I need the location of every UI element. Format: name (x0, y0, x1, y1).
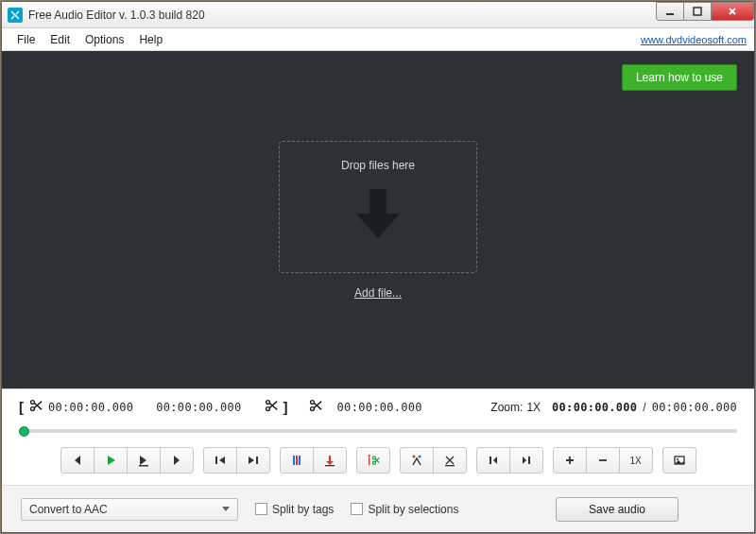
menubar: File Edit Options Help www.dvdvideosoft.… (2, 28, 754, 51)
split-by-tags-label: Split by tags (272, 503, 334, 516)
format-combo[interactable]: Convert to AAC (21, 498, 238, 521)
svg-rect-0 (666, 13, 674, 15)
svg-rect-10 (256, 456, 258, 464)
bracket-close-icon: ] (284, 399, 288, 415)
selection-end-button[interactable] (509, 447, 543, 474)
play-segment-button[interactable] (127, 447, 161, 474)
zoom-out-button[interactable] (586, 447, 620, 474)
zoom-reset-button[interactable]: 1X (619, 447, 653, 474)
skip-end-button[interactable] (236, 447, 270, 474)
selection-time-group: [ 00:00:00.000 00:00:00.000 ] 00:00:00.0… (19, 399, 422, 415)
scissors-icon (29, 399, 43, 415)
add-file-link[interactable]: Add file... (354, 286, 402, 300)
playback-slider[interactable] (19, 424, 737, 438)
toolbar: 1X (19, 447, 737, 474)
svg-rect-22 (528, 456, 530, 464)
svg-rect-14 (329, 456, 331, 461)
selection-start-time: 00:00:00.000 (48, 401, 133, 414)
controls-panel: [ 00:00:00.000 00:00:00.000 ] 00:00:00.0… (2, 388, 754, 485)
svg-point-24 (677, 458, 679, 460)
split-button[interactable] (400, 447, 434, 474)
slider-track (19, 429, 737, 433)
scissors-icon (265, 399, 278, 415)
time-separator: / (643, 401, 645, 414)
svg-point-18 (412, 456, 415, 458)
dropzone-label: Drop files here (341, 159, 415, 172)
svg-rect-12 (296, 456, 298, 465)
menu-options[interactable]: Options (77, 31, 131, 48)
menu-file[interactable]: File (9, 31, 43, 48)
split-by-selections-label: Split by selections (368, 503, 458, 516)
menu-help[interactable]: Help (131, 31, 170, 48)
skip-start-button[interactable] (203, 447, 237, 474)
app-window: Free Audio Editor v. 1.0.3 build 820 Fil… (1, 1, 755, 533)
svg-rect-15 (325, 465, 335, 466)
svg-point-19 (418, 456, 421, 458)
markers-button[interactable] (280, 447, 314, 474)
website-link[interactable]: www.dvdvideosoft.com (641, 34, 747, 45)
waveform-canvas: Learn how to use Drop files here Add fil… (2, 51, 754, 388)
arrow-down-icon (352, 185, 404, 246)
step-back-button[interactable] (60, 447, 94, 474)
close-button[interactable] (711, 2, 754, 21)
marker-down-button[interactable] (313, 447, 347, 474)
time-row: [ 00:00:00.000 00:00:00.000 ] 00:00:00.0… (19, 399, 737, 415)
titlebar: Free Audio Editor v. 1.0.3 build 820 (2, 2, 754, 28)
total-time: 00:00:00.000 (652, 401, 737, 414)
svg-rect-9 (215, 456, 217, 464)
window-title: Free Audio Editor v. 1.0.3 build 820 (28, 9, 657, 22)
svg-rect-1 (694, 8, 701, 15)
step-forward-button[interactable] (160, 447, 194, 474)
current-time: 00:00:00.000 (552, 401, 637, 414)
bottom-bar: Convert to AAC Split by tags Split by se… (2, 485, 754, 532)
svg-rect-13 (299, 456, 301, 465)
split-by-tags-checkbox[interactable]: Split by tags (255, 503, 334, 516)
learn-how-button[interactable]: Learn how to use (622, 64, 737, 91)
play-button[interactable] (94, 447, 128, 474)
checkbox-icon (351, 503, 363, 515)
image-export-button[interactable] (662, 447, 696, 474)
zoom-label: Zoom: (490, 401, 523, 414)
dropzone[interactable]: Drop files here (279, 141, 477, 273)
window-controls (657, 2, 754, 27)
zoom-value: 1X (526, 401, 541, 414)
split-by-selections-checkbox[interactable]: Split by selections (351, 503, 458, 516)
zoom-in-button[interactable] (553, 447, 587, 474)
svg-rect-21 (490, 456, 491, 464)
clip-duration: 00:00:00.000 (337, 401, 422, 414)
scissors-icon (309, 399, 322, 415)
svg-rect-8 (139, 465, 148, 467)
menu-edit[interactable]: Edit (43, 31, 77, 48)
cut-selection-button[interactable] (356, 447, 390, 474)
svg-rect-20 (445, 465, 455, 466)
checkbox-icon (255, 503, 267, 515)
svg-rect-11 (293, 456, 295, 465)
format-combo-value: Convert to AAC (29, 503, 108, 516)
app-icon (8, 8, 23, 23)
minimize-button[interactable] (656, 2, 684, 21)
slider-thumb[interactable] (19, 426, 29, 437)
save-audio-button[interactable]: Save audio (556, 497, 679, 522)
selection-start-button[interactable] (476, 447, 510, 474)
bracket-open-icon: [ (19, 399, 24, 415)
maximize-button[interactable] (683, 2, 712, 21)
selection-end-time: 00:00:00.000 (156, 401, 241, 414)
delete-marker-button[interactable] (433, 447, 467, 474)
